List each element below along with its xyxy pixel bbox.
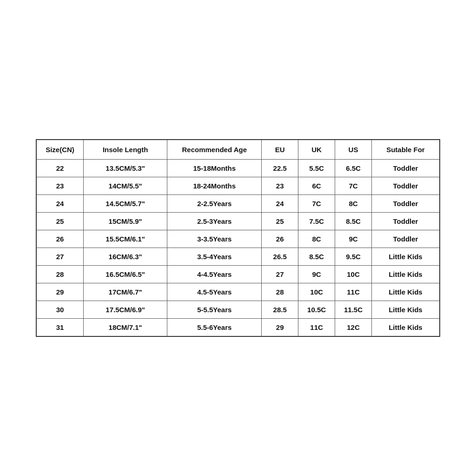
cell-eu: 26 bbox=[262, 230, 298, 248]
table-row: 31 18CM/7.1" 5.5-6Years 29 11C 12C Littl… bbox=[36, 319, 440, 337]
cell-size-cn: 25 bbox=[36, 213, 83, 230]
cell-insole-length: 18CM/7.1" bbox=[83, 319, 167, 337]
table-row: 30 17.5CM/6.9" 5-5.5Years 28.5 10.5C 11.… bbox=[36, 301, 440, 319]
cell-suitable-for: Little Kids bbox=[371, 248, 440, 266]
cell-us: 7C bbox=[335, 177, 372, 195]
cell-eu: 23 bbox=[262, 177, 298, 195]
cell-insole-length: 15.5CM/6.1" bbox=[83, 230, 167, 248]
cell-suitable-for: Toddler bbox=[371, 230, 440, 248]
cell-eu: 29 bbox=[262, 319, 298, 337]
table-row: 26 15.5CM/6.1" 3-3.5Years 26 8C 9C Toddl… bbox=[36, 230, 440, 248]
cell-recommended-age: 3.5-4Years bbox=[167, 248, 262, 266]
cell-us: 8C bbox=[335, 195, 372, 213]
cell-recommended-age: 5-5.5Years bbox=[167, 301, 262, 319]
cell-eu: 25 bbox=[262, 213, 298, 230]
cell-size-cn: 26 bbox=[36, 230, 83, 248]
cell-recommended-age: 4.5-5Years bbox=[167, 283, 262, 301]
header-insole-length: Insole Length bbox=[83, 140, 167, 160]
cell-us: 8.5C bbox=[335, 213, 372, 230]
cell-recommended-age: 3-3.5Years bbox=[167, 230, 262, 248]
header-recommended-age: Recommended Age bbox=[167, 140, 262, 160]
cell-uk: 8C bbox=[298, 230, 335, 248]
cell-recommended-age: 4-4.5Years bbox=[167, 266, 262, 283]
cell-recommended-age: 15-18Months bbox=[167, 160, 262, 177]
header-uk: UK bbox=[298, 140, 335, 160]
cell-insole-length: 14.5CM/5.7" bbox=[83, 195, 167, 213]
cell-recommended-age: 2.5-3Years bbox=[167, 213, 262, 230]
cell-recommended-age: 2-2.5Years bbox=[167, 195, 262, 213]
cell-eu: 26.5 bbox=[262, 248, 298, 266]
cell-eu: 28 bbox=[262, 283, 298, 301]
header-size-cn: Size(CN) bbox=[36, 140, 83, 160]
cell-us: 11C bbox=[335, 283, 372, 301]
cell-insole-length: 16CM/6.3" bbox=[83, 248, 167, 266]
cell-insole-length: 16.5CM/6.5" bbox=[83, 266, 167, 283]
cell-insole-length: 14CM/5.5" bbox=[83, 177, 167, 195]
table-row: 22 13.5CM/5.3" 15-18Months 22.5 5.5C 6.5… bbox=[36, 160, 440, 177]
cell-size-cn: 28 bbox=[36, 266, 83, 283]
cell-uk: 10C bbox=[298, 283, 335, 301]
cell-suitable-for: Toddler bbox=[371, 195, 440, 213]
table-row: 28 16.5CM/6.5" 4-4.5Years 27 9C 10C Litt… bbox=[36, 266, 440, 283]
cell-suitable-for: Toddler bbox=[371, 177, 440, 195]
table-row: 29 17CM/6.7" 4.5-5Years 28 10C 11C Littl… bbox=[36, 283, 440, 301]
cell-uk: 7.5C bbox=[298, 213, 335, 230]
cell-uk: 7C bbox=[298, 195, 335, 213]
cell-recommended-age: 5.5-6Years bbox=[167, 319, 262, 337]
cell-suitable-for: Little Kids bbox=[371, 283, 440, 301]
header-eu: EU bbox=[262, 140, 298, 160]
cell-size-cn: 23 bbox=[36, 177, 83, 195]
cell-suitable-for: Little Kids bbox=[371, 319, 440, 337]
table-row: 23 14CM/5.5" 18-24Months 23 6C 7C Toddle… bbox=[36, 177, 440, 195]
cell-us: 6.5C bbox=[335, 160, 372, 177]
cell-recommended-age: 18-24Months bbox=[167, 177, 262, 195]
cell-insole-length: 13.5CM/5.3" bbox=[83, 160, 167, 177]
cell-us: 9C bbox=[335, 230, 372, 248]
cell-uk: 6C bbox=[298, 177, 335, 195]
table-header-row: Size(CN) Insole Length Recommended Age E… bbox=[36, 140, 440, 160]
table-row: 24 14.5CM/5.7" 2-2.5Years 24 7C 8C Toddl… bbox=[36, 195, 440, 213]
header-us: US bbox=[335, 140, 372, 160]
cell-suitable-for: Little Kids bbox=[371, 301, 440, 319]
size-chart-container: Size(CN) Insole Length Recommended Age E… bbox=[36, 139, 440, 337]
cell-insole-length: 15CM/5.9" bbox=[83, 213, 167, 230]
cell-size-cn: 30 bbox=[36, 301, 83, 319]
cell-insole-length: 17CM/6.7" bbox=[83, 283, 167, 301]
cell-eu: 27 bbox=[262, 266, 298, 283]
cell-size-cn: 22 bbox=[36, 160, 83, 177]
cell-us: 9.5C bbox=[335, 248, 372, 266]
cell-suitable-for: Toddler bbox=[371, 213, 440, 230]
cell-eu: 24 bbox=[262, 195, 298, 213]
cell-size-cn: 31 bbox=[36, 319, 83, 337]
cell-size-cn: 29 bbox=[36, 283, 83, 301]
cell-uk: 5.5C bbox=[298, 160, 335, 177]
cell-uk: 10.5C bbox=[298, 301, 335, 319]
cell-us: 12C bbox=[335, 319, 372, 337]
table-row: 27 16CM/6.3" 3.5-4Years 26.5 8.5C 9.5C L… bbox=[36, 248, 440, 266]
cell-uk: 11C bbox=[298, 319, 335, 337]
cell-suitable-for: Little Kids bbox=[371, 266, 440, 283]
size-chart-table: Size(CN) Insole Length Recommended Age E… bbox=[36, 139, 440, 337]
cell-size-cn: 24 bbox=[36, 195, 83, 213]
cell-uk: 9C bbox=[298, 266, 335, 283]
table-row: 25 15CM/5.9" 2.5-3Years 25 7.5C 8.5C Tod… bbox=[36, 213, 440, 230]
header-suitable-for: Sutable For bbox=[371, 140, 440, 160]
cell-us: 11.5C bbox=[335, 301, 372, 319]
cell-insole-length: 17.5CM/6.9" bbox=[83, 301, 167, 319]
cell-suitable-for: Toddler bbox=[371, 160, 440, 177]
cell-eu: 28.5 bbox=[262, 301, 298, 319]
cell-us: 10C bbox=[335, 266, 372, 283]
cell-uk: 8.5C bbox=[298, 248, 335, 266]
cell-eu: 22.5 bbox=[262, 160, 298, 177]
cell-size-cn: 27 bbox=[36, 248, 83, 266]
